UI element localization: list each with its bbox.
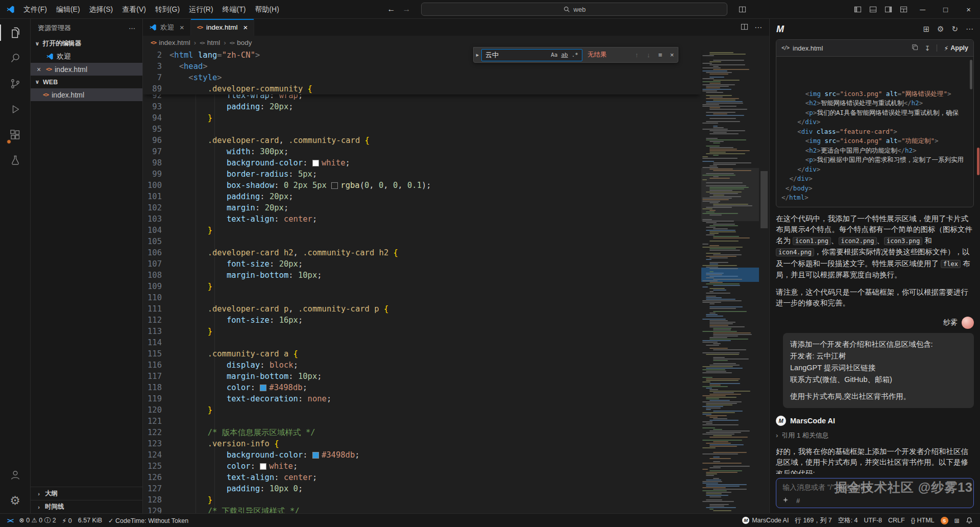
insert-code-icon[interactable]: ↧ — [925, 44, 930, 52]
reference-row[interactable]: › 引用 1 相关信息 — [776, 431, 974, 440]
panel-settings-icon[interactable]: ⚙ — [937, 25, 944, 34]
explorer-icon[interactable] — [0, 20, 31, 45]
outline-section[interactable]: › 大纲 — [31, 487, 142, 500]
problems[interactable]: ⊗ 0 ⚠ 0 ⓘ 2 — [16, 514, 59, 527]
code-line: 111.developer-card p, .community-card p … — [143, 303, 769, 315]
copy-code-icon[interactable] — [912, 44, 918, 52]
codetime[interactable]: ✓ CodeTime: Without Token — [105, 514, 191, 527]
line-number: 2 — [143, 50, 169, 61]
apply-button[interactable]: ⚡Apply — [944, 44, 968, 52]
find-input[interactable]: 云中 Aa ab .* — [481, 49, 582, 61]
testing-icon[interactable] — [0, 148, 31, 173]
notifications[interactable] — [963, 514, 976, 527]
menu-item-0[interactable]: 文件(F) — [19, 0, 52, 18]
command-center-search[interactable]: web — [421, 3, 727, 16]
open-editor-welcome[interactable]: 欢迎 — [31, 50, 142, 63]
code-line: 109} — [143, 281, 769, 292]
account-icon[interactable] — [0, 462, 31, 488]
file-size[interactable]: 6.57 KiB — [75, 514, 105, 527]
maximize-button[interactable]: □ — [934, 0, 957, 18]
encoding[interactable]: UTF-8 — [861, 514, 885, 527]
file-index-html[interactable]: <>index.html — [31, 88, 142, 101]
menu-item-1[interactable]: 编辑(E) — [52, 0, 85, 18]
code-editor[interactable]: 92flex-wrap: wrap;93padding: 20px;94}959… — [143, 50, 769, 513]
find-next-icon[interactable]: ↓ — [643, 51, 654, 59]
back-arrow-icon[interactable]: ← — [383, 5, 399, 14]
close-find-icon[interactable]: × — [666, 51, 678, 59]
vscode-file-icon — [46, 53, 54, 60]
toggle-replace-icon[interactable]: ▸ — [474, 47, 481, 62]
customize-layout-icon[interactable] — [896, 2, 911, 17]
code-line: 114 — [143, 337, 769, 348]
new-chat-icon[interactable]: ⊞ — [923, 25, 929, 34]
code-preview[interactable]: <img src="icon3.png" alt="网络错误处理"><h2>智能… — [776, 57, 973, 207]
menu-item-2[interactable]: 选择(S) — [85, 0, 118, 18]
source-control-icon[interactable] — [0, 71, 31, 97]
sidebar-more-icon[interactable]: ⋯ — [129, 25, 135, 32]
toggle-panel-icon[interactable] — [865, 2, 880, 17]
ports[interactable]: ⚡ 0 — [59, 514, 75, 527]
split-editor-icon[interactable] — [741, 23, 748, 32]
sparkle-icon[interactable] — [782, 497, 789, 505]
ai-message-text: 请注意，这个代码只是一个基础框架，你可以根据需要进行进一步的修改和完善。 — [776, 287, 974, 309]
find-in-selection-icon[interactable]: ≡ — [654, 51, 666, 59]
menu-item-3[interactable]: 查看(V) — [117, 0, 151, 18]
settings-gear-icon[interactable]: ⚙ — [0, 488, 31, 513]
ai-name: MarsCode AI — [790, 417, 835, 425]
html-file-icon: <> — [46, 66, 52, 72]
close-tab-icon[interactable]: × — [180, 23, 184, 32]
regex-button[interactable]: .* — [570, 51, 580, 59]
code-scrollbar[interactable] — [970, 60, 972, 89]
panel-more-icon[interactable]: ⋯ — [966, 25, 973, 34]
marscode-status[interactable]: MMarsCode AI — [739, 514, 792, 527]
menu-item-5[interactable]: 运行(R) — [184, 0, 217, 18]
forward-arrow-icon[interactable]: → — [399, 5, 414, 14]
indentation[interactable]: 空格: 4 — [835, 514, 861, 527]
editor-more-icon[interactable]: ⋯ — [754, 23, 762, 32]
line-number: 116 — [143, 360, 169, 371]
whole-word-button[interactable]: ab — [560, 51, 570, 59]
editor-scrollbar[interactable] — [759, 50, 769, 513]
open-editor-index-html[interactable]: ×<>index.html — [31, 63, 142, 76]
run-debug-icon[interactable] — [0, 97, 31, 122]
split-layout-icon[interactable] — [734, 2, 750, 17]
breadcrumb-item-2[interactable]: <>body — [230, 39, 252, 46]
history-icon[interactable]: ↻ — [951, 25, 958, 34]
tab-index-html[interactable]: <>index.html× — [191, 19, 255, 36]
chat-scroll-area[interactable]: </> index.html ↧ ⚡Apply <im — [770, 39, 980, 474]
minimize-button[interactable]: ─ — [911, 0, 934, 18]
timeline-section[interactable]: › 时间线 — [31, 500, 142, 513]
folder-web-header[interactable]: ∨ WEB — [31, 76, 142, 88]
inline-code: icon2.png — [839, 237, 877, 245]
find-previous-icon[interactable]: ↑ — [631, 51, 643, 59]
menu-item-6[interactable]: 终端(T) — [218, 0, 251, 18]
line-number: 129 — [143, 506, 169, 513]
line-number: 110 — [143, 292, 169, 303]
chat-input-placeholder: 输入消息或者 "/" 来选择指令 — [782, 483, 967, 492]
breadcrumb-item-0[interactable]: <>index.html — [151, 39, 190, 46]
layout-indicator[interactable]: ⊞ — [951, 514, 963, 527]
toggle-secondary-sidebar-icon[interactable] — [880, 2, 896, 17]
open-editors-header[interactable]: ∨ 打开的编辑器 — [31, 37, 142, 50]
menu-item-7[interactable]: 帮助(H) — [250, 0, 283, 18]
remote-indicator[interactable]: >< — [4, 514, 16, 527]
close-tab-icon[interactable]: × — [243, 23, 248, 32]
panel-scrollbar[interactable] — [977, 148, 979, 175]
topic-icon[interactable]: # — [796, 497, 800, 505]
extensions-icon[interactable] — [0, 122, 31, 148]
tab-welcome[interactable]: 欢迎× — [143, 19, 191, 36]
close-button[interactable]: × — [957, 0, 980, 18]
chat-input[interactable]: 输入消息或者 "/" 来选择指令 # — [776, 478, 974, 508]
eol[interactable]: CRLF — [885, 514, 908, 527]
toggle-sidebar-icon[interactable] — [850, 2, 865, 17]
chevron-right-icon: › — [776, 432, 778, 439]
extension-badge[interactable]: S — [938, 514, 951, 527]
language-mode[interactable]: {} HTML — [908, 514, 938, 527]
cursor-position[interactable]: 行 169，列 7 — [792, 514, 835, 527]
menu-item-4[interactable]: 转到(G) — [151, 0, 184, 18]
search-view-icon[interactable] — [0, 45, 31, 71]
breadcrumb-item-1[interactable]: <>html — [200, 39, 220, 46]
close-file-icon[interactable]: × — [35, 65, 43, 74]
match-case-button[interactable]: Aa — [549, 51, 559, 59]
minimap[interactable] — [701, 50, 759, 513]
